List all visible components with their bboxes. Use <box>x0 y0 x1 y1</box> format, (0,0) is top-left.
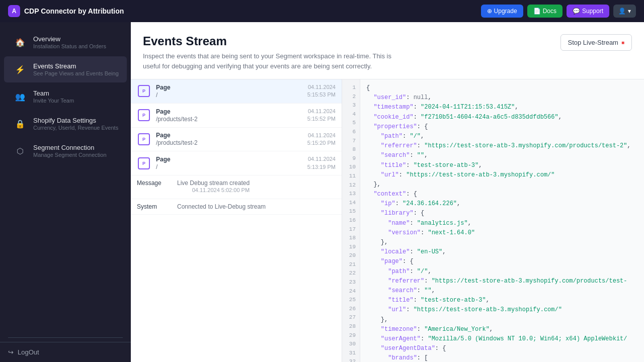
sidebar-item-events-stream[interactable]: ⚡ Events Stream See Page Views and Event… <box>4 56 127 82</box>
user-menu-button[interactable]: 👤 ▾ <box>613 5 636 18</box>
page-event-icon: P <box>137 84 151 98</box>
brand-label: CDP Connector by Attribution <box>24 7 124 15</box>
sidebar-item-team[interactable]: 👥 Team Invite Your Team <box>4 83 127 110</box>
sidebar-item-segment-title: Segment Connection <box>33 144 107 151</box>
page-description: Inspect the events that are being sent t… <box>143 51 394 71</box>
topnav-actions: ⊕ Upgrade 📄 Docs 💬 Support 👤 ▾ <box>481 5 636 18</box>
event-row[interactable]: P Page / 04.11.2024 5:15:53 PM <box>131 79 342 104</box>
brand: A CDP Connector by Attribution <box>8 5 124 17</box>
sidebar-item-shopify-title: Shopify Data Settings <box>33 117 118 124</box>
event-path: /products/test-2 <box>156 116 302 123</box>
event-type-label: Page <box>156 108 302 115</box>
docs-button[interactable]: 📄 Docs <box>527 5 562 18</box>
system-event-type: Message <box>137 179 172 194</box>
support-button[interactable]: 💬 Support <box>567 5 609 18</box>
page-header: Events Stream Inspect the events that ar… <box>131 22 644 79</box>
events-panel: P Page / 04.11.2024 5:15:53 PM P <box>131 79 644 362</box>
stop-stream-button[interactable]: Stop Live-Stream ■ <box>560 34 632 51</box>
event-row[interactable]: P Page /products/test-2 04.11.2024 5:15:… <box>131 104 342 128</box>
sidebar-item-shopify-subtitle: Currency, UserId, Revenue Events <box>33 125 118 131</box>
logout-icon: ↪ <box>8 348 14 356</box>
event-type-label: Page <box>156 84 302 91</box>
sidebar-item-segment-subtitle: Manage Segment Connection <box>33 152 107 158</box>
events-list: P Page / 04.11.2024 5:15:53 PM P <box>131 79 342 362</box>
docs-icon: 📄 <box>533 8 541 15</box>
system-event-row-connected: System Connected to Live-Debug stream <box>131 199 342 215</box>
content-area: Events Stream Inspect the events that ar… <box>131 22 644 362</box>
page-title: Events Stream <box>143 34 394 48</box>
main-layout: 🏠 Overview Installation Status and Order… <box>0 22 644 362</box>
line-numbers: 12345 678910 1112131415 1617181920 21222… <box>342 79 360 362</box>
sidebar-item-team-subtitle: Invite Your Team <box>33 98 74 104</box>
page-event-icon: P <box>137 108 151 122</box>
system-event-message-2: Connected to Live-Debug stream <box>177 203 266 210</box>
event-type-label: Page <box>156 132 302 139</box>
system-event-row: Message Live Debug stream created 04.11.… <box>131 175 342 199</box>
sidebar-item-overview-subtitle: Installation Status and Orders <box>33 43 106 49</box>
event-row[interactable]: P Page / 04.11.2024 5:13:19 PM <box>131 151 342 175</box>
support-icon: 💬 <box>573 8 580 15</box>
events-icon: ⚡ <box>12 61 28 77</box>
upgrade-button[interactable]: ⊕ Upgrade <box>481 5 523 18</box>
sidebar-item-overview-title: Overview <box>33 35 106 43</box>
event-path: /products/test-2 <box>156 139 302 146</box>
event-row[interactable]: P Page /products/test-2 04.11.2024 5:15:… <box>131 128 342 152</box>
home-icon: 🏠 <box>12 34 28 50</box>
page-event-icon: P <box>137 132 151 146</box>
sidebar-item-shopify[interactable]: 🔒 Shopify Data Settings Currency, UserId… <box>4 111 127 137</box>
brand-icon: A <box>8 5 20 17</box>
event-time: 04.11.2024 5:15:53 PM <box>307 83 336 99</box>
sidebar-nav: 🏠 Overview Installation Status and Order… <box>0 22 131 333</box>
event-type-label: Page <box>156 156 302 163</box>
top-nav: A CDP Connector by Attribution ⊕ Upgrade… <box>0 0 644 22</box>
sidebar-item-events-subtitle: See Page Views and Events Being <box>33 70 119 76</box>
sidebar: 🏠 Overview Installation Status and Order… <box>0 22 131 362</box>
event-time: 04.11.2024 5:15:20 PM <box>307 132 336 147</box>
sidebar-item-events-title: Events Stream <box>33 62 119 70</box>
json-panel: 12345 678910 1112131415 1617181920 21222… <box>342 79 644 362</box>
logout-button[interactable]: ↪ LogOut <box>8 348 39 356</box>
sidebar-item-segment[interactable]: ⬡ Segment Connection Manage Segment Conn… <box>4 138 127 164</box>
upgrade-icon: ⊕ <box>487 8 492 15</box>
team-icon: 👥 <box>12 88 28 105</box>
event-path: / <box>156 92 302 99</box>
event-path: / <box>156 163 302 170</box>
event-time: 04.11.2024 5:15:52 PM <box>307 108 336 123</box>
stop-icon: ■ <box>621 40 624 45</box>
json-content: 12345 678910 1112131415 1617181920 21222… <box>342 79 644 362</box>
system-event-type-2: System <box>137 203 172 210</box>
sidebar-item-team-title: Team <box>33 89 74 97</box>
event-time: 04.11.2024 5:13:19 PM <box>307 155 336 171</box>
lock-icon: 🔒 <box>12 116 28 132</box>
user-avatar-icon: 👤 <box>618 8 626 15</box>
page-event-icon: P <box>137 156 151 170</box>
system-event-time: 04.11.2024 5:02:00 PM <box>177 187 250 194</box>
sidebar-item-overview[interactable]: 🏠 Overview Installation Status and Order… <box>4 29 127 55</box>
system-event-message: Live Debug stream created <box>177 179 250 187</box>
sidebar-footer: ↪ LogOut <box>0 342 131 362</box>
json-code-content: { "user_id": null, "timestamp": "2024-04… <box>360 79 644 362</box>
chevron-down-icon: ▾ <box>628 8 631 15</box>
segment-icon: ⬡ <box>12 143 28 159</box>
sidebar-divider <box>8 337 123 338</box>
